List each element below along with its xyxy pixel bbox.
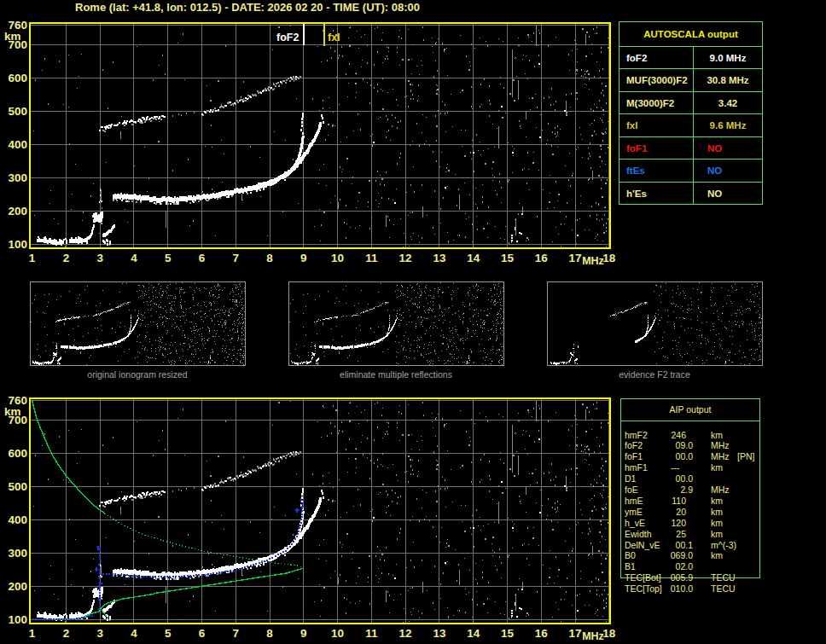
svg-text:km: km [4, 30, 21, 43]
svg-text:5: 5 [165, 627, 172, 640]
svg-text:100: 100 [8, 613, 27, 626]
svg-text:400: 400 [8, 138, 27, 151]
svg-text:300: 300 [8, 171, 27, 184]
svg-text:3: 3 [96, 252, 103, 264]
svg-text:15: 15 [501, 627, 515, 640]
svg-text:6: 6 [199, 627, 206, 640]
svg-text:2: 2 [63, 252, 70, 264]
svg-text:2: 2 [63, 627, 70, 640]
svg-text:7: 7 [232, 627, 239, 640]
svg-text:200: 200 [8, 205, 27, 218]
svg-text:16: 16 [535, 252, 549, 264]
svg-text:500: 500 [8, 480, 27, 493]
svg-text:17: 17 [568, 627, 581, 640]
svg-text:7: 7 [232, 252, 239, 264]
svg-text:200: 200 [8, 580, 27, 593]
svg-text:500: 500 [8, 105, 27, 118]
svg-text:12: 12 [399, 627, 412, 640]
svg-text:MHz: MHz [582, 630, 604, 642]
svg-text:15: 15 [501, 252, 515, 264]
svg-text:11: 11 [365, 627, 378, 640]
svg-text:600: 600 [8, 72, 27, 84]
svg-text:1: 1 [29, 627, 36, 640]
svg-text:10: 10 [331, 252, 344, 264]
svg-text:16: 16 [535, 627, 549, 640]
svg-text:13: 13 [433, 627, 446, 640]
svg-text:km: km [4, 405, 21, 418]
svg-text:6: 6 [199, 252, 206, 264]
svg-text:4: 4 [131, 252, 137, 264]
svg-text:14: 14 [467, 627, 480, 640]
svg-text:1: 1 [29, 252, 36, 264]
svg-text:8: 8 [266, 252, 273, 264]
svg-text:18: 18 [602, 252, 616, 264]
svg-text:100: 100 [8, 238, 27, 251]
svg-text:17: 17 [568, 252, 581, 264]
svg-text:MHz: MHz [582, 255, 604, 267]
svg-text:9: 9 [300, 252, 307, 264]
svg-text:300: 300 [8, 547, 27, 560]
svg-text:12: 12 [399, 252, 412, 264]
svg-text:9: 9 [300, 627, 307, 640]
svg-text:600: 600 [8, 447, 27, 460]
svg-text:11: 11 [365, 252, 378, 264]
svg-text:5: 5 [165, 252, 172, 264]
svg-text:13: 13 [433, 252, 446, 264]
svg-text:8: 8 [266, 627, 273, 640]
svg-text:3: 3 [96, 627, 103, 640]
svg-text:18: 18 [602, 627, 616, 640]
svg-text:400: 400 [8, 513, 27, 526]
svg-text:4: 4 [131, 627, 137, 640]
svg-text:10: 10 [331, 627, 344, 640]
svg-text:14: 14 [467, 252, 480, 264]
